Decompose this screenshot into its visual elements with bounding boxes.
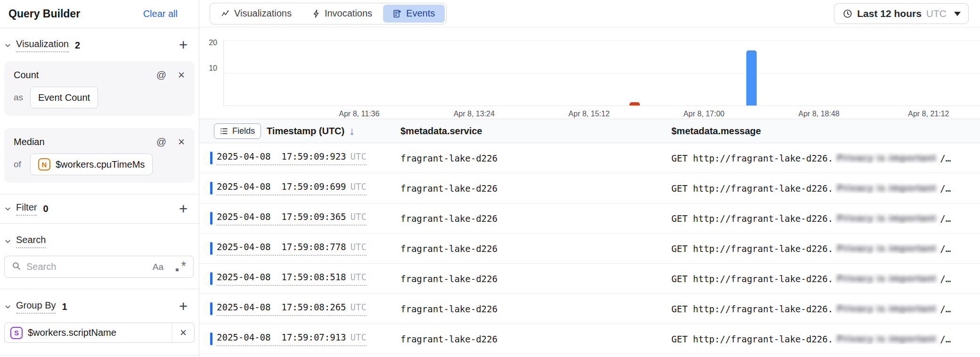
- main-toolbar: Visualizations Invocations Events Last 1…: [199, 0, 980, 27]
- visualization-section-title: Visualization: [16, 39, 69, 52]
- event-row[interactable]: 2025-04-08 17:59:09:923UTC fragrant-lake…: [199, 143, 980, 173]
- utc-suffix: UTC: [351, 151, 367, 162]
- field-pill[interactable]: N $workers.cpuTimeMs: [30, 154, 153, 175]
- chart-bar[interactable]: [629, 102, 640, 105]
- x-axis-tick: Apr 8, 21:12: [908, 110, 949, 118]
- group-by-section-title: Group By: [16, 300, 56, 314]
- chevron-down-icon[interactable]: [4, 205, 11, 212]
- lightning-icon: [312, 9, 320, 18]
- y-axis-tick: 20: [200, 39, 217, 47]
- chevron-down-icon[interactable]: [4, 303, 11, 310]
- view-tab-group: Visualizations Invocations Events: [210, 3, 447, 24]
- chart-plot-area: Apr 8, 11:36 Apr 8, 13:24 Apr 8, 15:12 A…: [223, 41, 980, 106]
- utc-suffix: UTC: [351, 302, 367, 312]
- visualization-count: 2: [75, 40, 80, 51]
- event-message-suffix: /…: [940, 334, 951, 344]
- caret-down-icon: [954, 12, 961, 19]
- tab-events[interactable]: Events: [383, 5, 445, 23]
- clear-all-link[interactable]: Clear all: [143, 8, 178, 19]
- event-timestamp: 2025-04-08 17:59:07:913: [217, 332, 346, 342]
- event-row[interactable]: 2025-04-08 17:59:08:518UTC fragrant-lake…: [199, 264, 980, 294]
- alias-pill[interactable]: Event Count: [30, 87, 98, 108]
- at-sign-icon[interactable]: @: [156, 69, 166, 81]
- filter-count: 0: [43, 203, 48, 214]
- column-header-message[interactable]: $metadata.message: [671, 119, 761, 143]
- search-section: Search Aa *: [0, 224, 199, 289]
- line-chart-icon: [221, 9, 229, 17]
- utc-suffix: UTC: [351, 181, 367, 192]
- event-message-suffix: /…: [940, 274, 951, 284]
- add-filter-button[interactable]: +: [179, 204, 188, 214]
- utc-suffix: UTC: [351, 332, 367, 342]
- event-message-prefix: GET http://fragrant-lake-d226.: [671, 334, 833, 344]
- fields-button[interactable]: Fields: [214, 123, 261, 139]
- gridline-10: [224, 73, 980, 73]
- string-type-icon: S: [10, 327, 23, 339]
- event-row[interactable]: 2025-04-08 17:59:08:778UTC fragrant-lake…: [199, 234, 980, 264]
- chevron-down-icon[interactable]: [4, 238, 11, 245]
- card-prefix-label: as: [14, 92, 30, 103]
- tab-visualizations[interactable]: Visualizations: [212, 5, 302, 23]
- event-timestamp: 2025-04-08 17:59:08:778: [217, 242, 346, 252]
- event-timestamp: 2025-04-08 17:59:09:923: [217, 151, 346, 162]
- event-row[interactable]: 2025-04-08 17:59:09:699UTC fragrant-lake…: [199, 173, 980, 203]
- event-severity-chip: [210, 272, 212, 285]
- filter-section: Filter 0 +: [0, 195, 199, 224]
- match-case-toggle[interactable]: Aa: [153, 262, 163, 272]
- events-table: Fields Timestamp (UTC) ↓ $metadata.servi…: [199, 119, 980, 357]
- event-row[interactable]: 2025-04-08 17:59:07:913UTC fragrant-lake…: [199, 324, 980, 354]
- column-header-timestamp[interactable]: Timestamp (UTC) ↓: [267, 119, 355, 143]
- events-table-header: Fields Timestamp (UTC) ↓ $metadata.servi…: [199, 119, 980, 143]
- number-type-icon: N: [38, 158, 50, 170]
- event-severity-chip: [210, 302, 212, 315]
- chevron-down-icon[interactable]: [4, 42, 11, 49]
- event-message-prefix: GET http://fragrant-lake-d226.: [671, 304, 833, 314]
- events-document-icon: [393, 9, 401, 18]
- chart-bar[interactable]: [746, 50, 757, 105]
- events-histogram: 20 10 Apr 8, 11:36 Apr 8, 13:24 Apr 8, 1…: [199, 27, 980, 119]
- y-axis-tick: 10: [200, 64, 217, 73]
- event-severity-chip: [210, 333, 212, 345]
- redacted-text: Privacy is important: [837, 333, 936, 344]
- column-header-service[interactable]: $metadata.service: [400, 119, 482, 143]
- visualization-card-median: Median @ ✕ of N $workers.cpuTimeMs: [4, 128, 195, 183]
- close-icon[interactable]: ✕: [178, 137, 185, 147]
- x-axis-tick: Apr 8, 13:24: [454, 110, 495, 118]
- add-visualization-button[interactable]: +: [179, 41, 188, 50]
- event-service: fragrant-lake-d226: [400, 213, 671, 224]
- redacted-text: Privacy is important: [837, 243, 936, 254]
- event-timestamp: 2025-04-08 17:59:09:699: [217, 181, 346, 192]
- search-box: Aa *: [4, 256, 194, 278]
- query-builder-panel: Query Builder Clear all Visualization 2 …: [0, 0, 199, 357]
- search-icon: [12, 261, 21, 272]
- tab-label: Visualizations: [234, 8, 292, 19]
- close-icon[interactable]: ✕: [178, 70, 185, 81]
- event-row[interactable]: 2025-04-08 17:59:09:365UTC fragrant-lake…: [199, 203, 980, 234]
- timezone-label: UTC: [926, 8, 947, 19]
- group-by-chip-label: $workers.scriptName: [28, 327, 116, 338]
- event-message-prefix: GET http://fragrant-lake-d226.: [671, 183, 833, 194]
- card-title: Median: [14, 137, 45, 147]
- redacted-text: Privacy is important: [837, 273, 936, 284]
- at-sign-icon[interactable]: @: [156, 136, 166, 147]
- event-message-prefix: GET http://fragrant-lake-d226.: [671, 274, 833, 284]
- page-title: Query Builder: [8, 8, 80, 20]
- event-severity-chip: [210, 152, 212, 164]
- tab-invocations[interactable]: Invocations: [302, 5, 382, 23]
- regex-toggle-icon[interactable]: *: [175, 261, 186, 273]
- add-group-by-button[interactable]: +: [179, 302, 188, 311]
- remove-group-by-button[interactable]: ✕: [172, 323, 194, 342]
- time-range-label: Last 12 hours: [857, 8, 922, 19]
- tab-label: Invocations: [325, 8, 372, 19]
- time-range-selector[interactable]: Last 12 hours UTC: [834, 3, 969, 24]
- utc-suffix: UTC: [351, 272, 367, 282]
- event-row[interactable]: 2025-04-08 17:59:08:265UTC fragrant-lake…: [199, 294, 980, 324]
- group-by-chip[interactable]: S $workers.scriptName ✕: [4, 323, 195, 343]
- query-builder-header: Query Builder Clear all: [0, 0, 199, 28]
- search-input[interactable]: [26, 261, 153, 272]
- observability-app: Query Builder Clear all Visualization 2 …: [0, 0, 980, 357]
- sort-descending-icon[interactable]: ↓: [349, 125, 355, 138]
- utc-suffix: UTC: [351, 211, 367, 222]
- event-service: fragrant-lake-d226: [400, 334, 671, 344]
- x-axis-tick: Apr 8, 18:48: [799, 110, 840, 118]
